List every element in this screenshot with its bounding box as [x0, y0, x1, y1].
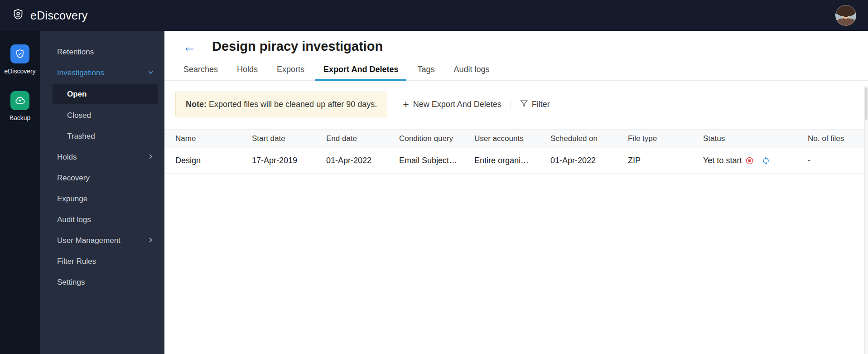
tab-label: Audit logs — [454, 65, 490, 74]
sidebar-item-label: Holds — [57, 153, 77, 162]
sidebar-item-settings[interactable]: Settings — [40, 272, 164, 293]
sidebar-item-audit-logs[interactable]: Audit logs — [40, 209, 164, 230]
note-banner: Note: Exported files will be cleaned up … — [175, 92, 387, 117]
note-text: Exported files will be cleaned up after … — [207, 100, 377, 109]
tab-exports[interactable]: Exports — [269, 58, 313, 80]
cell-name: Design — [175, 156, 252, 165]
sidebar-item-label: Trashed — [67, 132, 95, 141]
new-export-label: New Export And Deletes — [413, 100, 502, 109]
sidebar-item-recovery[interactable]: Recovery — [40, 168, 164, 189]
tab-tags[interactable]: Tags — [409, 58, 443, 80]
sidebar-item-label: Investigations — [57, 68, 104, 78]
cell-scheduled-on: 01-Apr-2022 — [550, 156, 628, 165]
column-header-start-date: Start date — [252, 134, 326, 143]
header-divider — [204, 40, 204, 53]
backup-cloud-icon — [10, 91, 29, 110]
stop-icon[interactable] — [746, 157, 753, 165]
back-arrow-icon[interactable]: ← — [183, 40, 196, 53]
sidebar-item-retentions[interactable]: Retentions — [40, 42, 164, 63]
chevron-down-icon — [148, 68, 154, 78]
cell-condition-query: Email Subject… — [399, 156, 474, 165]
plus-icon: + — [403, 99, 409, 110]
cell-user-accounts: Entire organi… — [474, 156, 550, 165]
column-header-condition-query: Condition query — [399, 134, 474, 143]
new-export-and-deletes-button[interactable]: + New Export And Deletes — [403, 99, 502, 110]
tab-label: Searches — [183, 65, 218, 74]
column-header-scheduled-on: Scheduled on — [550, 134, 628, 143]
body-row: eDiscovery Backup Retentions Investigati… — [0, 31, 868, 354]
export-deletes-table: Name Start date End date Condition query… — [164, 129, 868, 174]
cell-file-type: ZIP — [628, 156, 703, 165]
vertical-scrollbar[interactable] — [864, 86, 868, 354]
column-header-no-of-files: No. of files — [808, 134, 868, 143]
chevron-right-icon — [148, 153, 154, 162]
note-label: Note: — [186, 100, 207, 109]
main-content: ← Design piracy investigation Searches H… — [164, 31, 868, 354]
sidebar-item-expunge[interactable]: Expunge — [40, 189, 164, 209]
tab-holds[interactable]: Holds — [229, 58, 266, 80]
column-header-end-date: End date — [326, 134, 399, 143]
tab-label: Holds — [237, 65, 258, 74]
sidebar-item-label: Expunge — [57, 194, 87, 204]
status-text: Yet to start — [703, 156, 742, 165]
page-header: ← Design piracy investigation — [164, 31, 868, 58]
chevron-right-icon — [148, 236, 154, 245]
cell-start-date: 17-Apr-2019 — [252, 156, 326, 165]
tab-audit-logs[interactable]: Audit logs — [446, 58, 498, 80]
tab-label: Export And Deletes — [323, 65, 398, 74]
sidebar-item-label: Recovery — [57, 174, 90, 183]
filter-funnel-icon — [520, 100, 528, 110]
cell-no-of-files: - — [808, 156, 868, 165]
sidebar-item-trashed[interactable]: Trashed — [40, 126, 164, 147]
app-title: eDiscovery — [30, 9, 88, 22]
rail-item-label: Backup — [10, 114, 31, 121]
tab-searches[interactable]: Searches — [175, 58, 226, 80]
user-avatar[interactable] — [835, 5, 856, 26]
sidebar-item-label: User Management — [57, 236, 121, 245]
scrollbar-thumb[interactable] — [865, 87, 868, 120]
column-header-status: Status — [703, 134, 808, 143]
rail-item-ediscovery[interactable]: eDiscovery — [4, 44, 35, 75]
sidebar: Retentions Investigations Open Closed Tr… — [40, 31, 164, 354]
table-row[interactable]: Design 17-Apr-2019 01-Apr-2022 Email Sub… — [164, 148, 868, 174]
sidebar-item-label: Retentions — [57, 48, 94, 57]
toolbar-divider — [511, 100, 511, 110]
sidebar-item-label: Open — [67, 90, 87, 99]
ediscovery-logo-icon — [12, 8, 24, 23]
tab-bar: Searches Holds Exports Export And Delete… — [164, 58, 868, 81]
sidebar-item-label: Audit logs — [57, 215, 91, 224]
sidebar-item-open[interactable]: Open — [53, 84, 158, 104]
sidebar-item-investigations[interactable]: Investigations — [40, 63, 164, 83]
app-root: eDiscovery eDiscovery — [0, 0, 868, 354]
sidebar-item-holds[interactable]: Holds — [40, 147, 164, 168]
brand: eDiscovery — [12, 8, 88, 23]
column-header-file-type: File type — [628, 134, 703, 143]
filter-button[interactable]: Filter — [520, 100, 550, 110]
ediscovery-shield-icon — [10, 44, 29, 63]
app-rail: eDiscovery Backup — [0, 31, 40, 354]
rail-item-label: eDiscovery — [4, 68, 35, 75]
filter-label: Filter — [532, 100, 550, 109]
tab-label: Exports — [277, 65, 304, 74]
toolbar: Note: Exported files will be cleaned up … — [164, 81, 868, 117]
rail-item-backup[interactable]: Backup — [10, 91, 31, 121]
tab-export-and-deletes[interactable]: Export And Deletes — [315, 58, 406, 80]
sidebar-item-user-management[interactable]: User Management — [40, 230, 164, 251]
sidebar-item-filter-rules[interactable]: Filter Rules — [40, 251, 164, 272]
cell-status: Yet to start — [703, 156, 808, 165]
column-header-name: Name — [175, 134, 252, 143]
cell-end-date: 01-Apr-2022 — [326, 156, 399, 165]
topbar: eDiscovery — [0, 0, 868, 31]
page-title: Design piracy investigation — [212, 39, 383, 54]
refresh-icon[interactable] — [762, 156, 770, 165]
sidebar-item-label: Settings — [57, 278, 85, 287]
table-header-row: Name Start date End date Condition query… — [164, 129, 868, 148]
column-header-user-accounts: User accounts — [474, 134, 550, 143]
sidebar-item-label: Closed — [67, 111, 91, 120]
sidebar-item-closed[interactable]: Closed — [40, 105, 164, 126]
sidebar-item-label: Filter Rules — [57, 257, 96, 266]
tab-label: Tags — [417, 65, 434, 74]
